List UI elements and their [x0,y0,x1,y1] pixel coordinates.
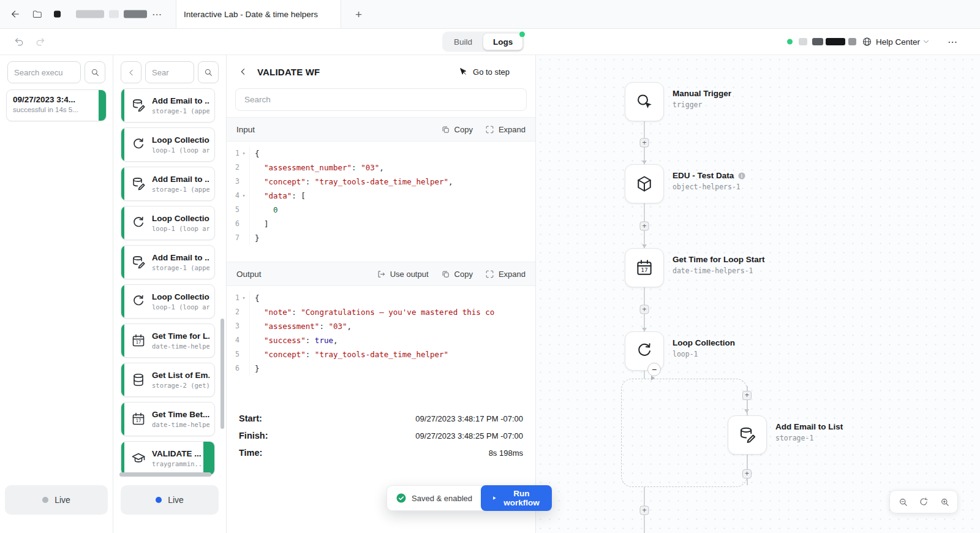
graduation-cap-icon [131,451,146,466]
go-to-step-button[interactable]: Go to step [459,67,510,77]
executions-search-input[interactable] [7,61,81,83]
redacted-block [109,10,119,18]
step-item[interactable]: Get Time for L...date-time-helper... [121,323,215,358]
redacted-favicon [54,11,61,18]
start-value: 09/27/2023 3:48:17 PM -07:00 [415,414,523,423]
selected-step-accent [203,442,214,475]
edu-test-data-node[interactable] [625,164,664,203]
app-tab[interactable]: Interactive Lab - Date & time helpers [176,0,341,28]
add-step-button[interactable] [640,305,649,314]
step-item[interactable]: Add Email to ...storage-1 (appe... [121,245,215,279]
undo-button[interactable] [13,36,25,48]
run-workflow-button[interactable]: Run workflow [481,485,552,511]
play-icon [492,494,497,502]
node-subtitle: storage-1 [775,434,843,442]
globe-icon [862,37,872,47]
node-edu-test-data: EDU - Test Data object-helpers-1 [625,164,746,203]
chevron-down-icon[interactable] [922,38,930,45]
detail-search-input[interactable] [244,95,518,104]
input-code-editor[interactable]: 1▾{2 "assessment_number": "03",3 "concep… [227,142,535,262]
copy-output-button[interactable]: Copy [441,270,473,279]
executions-panel: 09/27/2023 3:4... successful in 14s 5...… [0,55,113,533]
step-item[interactable]: Loop Collectionloop-1 (loop_arr... [121,127,215,162]
add-step-button[interactable] [742,391,752,400]
check-circle-icon [396,493,407,504]
info-icon[interactable] [737,172,746,180]
output-code-editor[interactable]: 1▾{2 "note": "Congratulations — you've m… [227,286,535,400]
horizontal-scrollbar[interactable] [119,472,211,477]
app-toolbar: Build Logs Help Center ⋯ [0,29,980,55]
execution-item[interactable]: 09/27/2023 3:4... successful in 14s 5... [6,89,107,121]
use-output-button[interactable]: Use output [377,270,429,279]
step-item[interactable]: Loop Collectionloop-1 (loop_arr... [121,284,215,319]
time-label: Time: [239,448,262,458]
node-title: Loop Collection [673,338,735,347]
use-output-icon [377,270,386,279]
step-item[interactable]: Add Email to ...storage-1 (appe... [121,167,215,201]
manual-trigger-icon [635,93,654,111]
step-list: Add Email to ...storage-1 (appe... Loop … [121,88,215,475]
executions-search-button[interactable] [85,61,105,83]
manual-trigger-node[interactable] [625,82,664,121]
copy-input-button[interactable]: Copy [441,125,473,134]
account-status-dot [787,39,793,45]
steps-search-button[interactable] [198,61,219,83]
live-label: Live [168,495,184,505]
expand-input-button[interactable]: Expand [485,125,526,134]
zoom-out-button[interactable] [894,493,912,511]
redo-button[interactable] [34,36,46,48]
redacted-block [848,38,856,45]
flow-arrow [744,409,749,413]
steps-live-toggle[interactable]: Live [121,485,219,515]
collapse-loop-button[interactable] [647,363,661,376]
back-arrow-icon[interactable] [10,9,21,20]
collapse-panel-button[interactable] [121,61,141,83]
node-subtitle: date-time-helpers-1 [673,266,765,275]
logs-status-dot [519,32,525,37]
step-item-selected[interactable]: VALIDATE ...traygrammin... [121,441,215,475]
connector [639,121,649,164]
build-logs-toggle: Build Logs [442,32,524,52]
calendar-icon [635,259,654,277]
new-tab-button[interactable]: + [355,9,362,20]
tab-title: Interactive Lab - Date & time helpers [184,10,318,19]
input-section-header: Input Copy Expand [227,117,535,142]
workflow-status-bar: Saved & enabled Run workflow [386,485,552,511]
add-step-button[interactable] [640,221,649,230]
add-step-button[interactable] [640,138,649,148]
folder-icon[interactable] [32,9,42,20]
overflow-icon[interactable]: ⋯ [152,9,162,20]
step-item[interactable]: Get List of Em...storage-2 (get) [121,363,215,397]
steps-search-input[interactable] [145,61,194,83]
step-item[interactable]: Get Time Bet...date-time-helper... [121,402,215,436]
zoom-reset-button[interactable] [914,493,933,511]
add-email-node[interactable] [728,415,767,455]
copy-icon [441,270,450,279]
more-options-button[interactable]: ⋯ [948,36,958,48]
get-time-node[interactable] [625,248,664,287]
redacted-block [76,10,104,18]
time-value: 8s 198ms [489,448,523,458]
add-step-button[interactable] [742,469,752,478]
back-button[interactable] [235,64,251,80]
database-edit-icon [131,176,146,191]
node-title: Add Email to List [775,422,843,431]
live-label: Live [55,495,70,505]
expand-output-button[interactable]: Expand [485,270,526,279]
copy-icon [441,125,450,134]
tab-build[interactable]: Build [444,34,482,50]
workflow-canvas[interactable]: Manual Triggertrigger EDU - Test Data ob… [536,55,980,533]
vertical-scrollbar[interactable] [221,319,224,429]
database-edit-icon [131,255,146,270]
detail-search [235,88,527,111]
tab-logs[interactable]: Logs [483,34,522,50]
executions-live-toggle[interactable]: Live [5,485,108,515]
add-step-button[interactable] [640,505,649,515]
execution-status: successful in 14s 5... [13,106,92,113]
zoom-in-button[interactable] [935,493,954,511]
step-item[interactable]: Loop Collectionloop-1 (loop_arr... [121,206,215,240]
output-section-header: Output Use output Copy Expand [227,262,535,286]
node-subtitle: trigger [673,100,731,109]
help-center-button[interactable]: Help Center [876,37,920,47]
step-item[interactable]: Add Email to ...storage-1 (appe... [121,88,215,123]
